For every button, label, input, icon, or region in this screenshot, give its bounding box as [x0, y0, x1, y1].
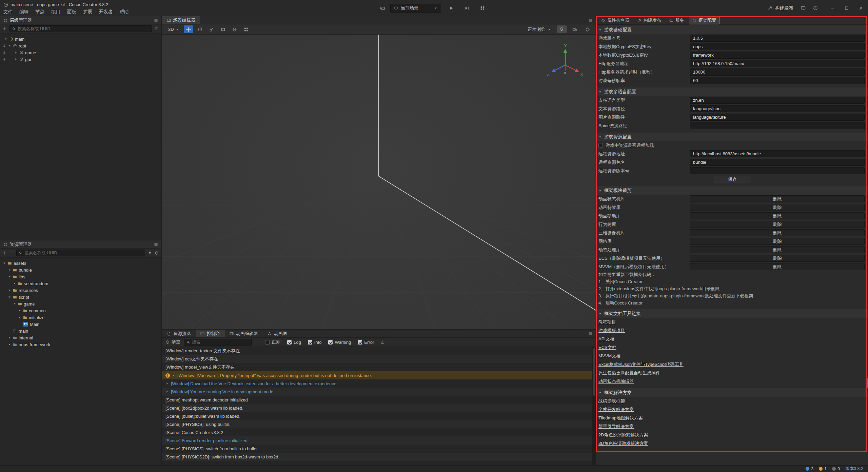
chevron-right-icon[interactable] — [18, 316, 21, 319]
menu-file[interactable]: 文件 — [3, 9, 13, 15]
asset-row-assets[interactable]: assets — [0, 260, 161, 267]
delete-module-button[interactable]: 删除 — [690, 238, 865, 245]
hierarchy-node-gui[interactable]: gui — [0, 56, 161, 63]
asset-row-game[interactable]: game — [0, 300, 161, 307]
chevron-right-icon[interactable] — [8, 343, 11, 346]
log-row[interactable]: [Scene] Cocos Creator v3.8.2 — [162, 428, 596, 436]
remote-version-input[interactable] — [690, 167, 865, 174]
error-count-badge[interactable]: 0 — [832, 467, 840, 471]
link-2d-rpg-solution[interactable]: 2D角色扮演游戏解决方案 — [598, 432, 648, 438]
asset-row-seedrandom[interactable]: seedrandom — [0, 280, 161, 287]
checkbox-checked[interactable] — [358, 340, 362, 345]
chevron-down-icon[interactable] — [8, 44, 11, 47]
chevron-right-icon[interactable] — [14, 58, 18, 61]
log-row[interactable]: [Window] model_view文件夹不存在 — [162, 363, 596, 371]
editor-version[interactable]: 版本3.8.2 — [845, 466, 863, 472]
scene-menu-icon[interactable] — [588, 18, 592, 22]
hierarchy-filter-icon[interactable] — [155, 27, 159, 31]
orientation-gizmo[interactable]: Y X Z — [545, 43, 586, 83]
move-tool-button[interactable] — [184, 25, 193, 33]
link-fullstack-solution[interactable]: 全栈开发解决方案 — [598, 407, 634, 413]
delete-module-button[interactable]: 删除 — [690, 212, 865, 219]
log-row[interactable]: [Window] Download the Vue Devtools exten… — [162, 379, 596, 388]
export-log-icon[interactable] — [381, 340, 385, 344]
create-node-icon[interactable] — [3, 27, 7, 31]
delete-module-button[interactable]: 删除 — [690, 204, 865, 211]
link-3d-rpg-solution[interactable]: 3D角色扮演游戏解决方案 — [598, 440, 648, 447]
menu-panel[interactable]: 面板 — [67, 9, 76, 15]
menu-help[interactable]: 帮助 — [120, 9, 129, 15]
lang-texture-path-input[interactable] — [690, 114, 865, 121]
tab-asset-preview[interactable]: 资源预览 — [162, 330, 196, 337]
expand-chevron-icon[interactable] — [165, 390, 169, 393]
checkbox-unchecked[interactable] — [265, 340, 270, 345]
chevron-down-icon[interactable] — [8, 275, 11, 278]
play-button[interactable] — [446, 4, 457, 13]
chevron-right-icon[interactable] — [13, 282, 16, 285]
asset-row-internal[interactable]: internal — [0, 334, 161, 341]
help-icon[interactable] — [813, 6, 818, 11]
save-button[interactable]: 保存 — [714, 176, 751, 183]
lock-icon[interactable] — [3, 51, 6, 54]
tab-build-publish[interactable]: 构建发布 — [634, 16, 665, 24]
message-count[interactable]: 3 — [806, 467, 813, 471]
checkbox-checked[interactable] — [328, 340, 333, 345]
tab-framework-config[interactable]: 框架配置 — [689, 16, 719, 24]
link-guide-solution[interactable]: 新手引导解决方案 — [598, 424, 634, 430]
layout-button[interactable] — [477, 4, 488, 13]
section-docs[interactable]: 框架文档工具链接 — [596, 309, 868, 318]
minimize-icon[interactable] — [830, 6, 835, 11]
tab-animation-editor[interactable]: 动画编辑器 — [225, 330, 263, 337]
delete-module-button[interactable]: 删除 — [690, 229, 865, 236]
link-hotupdate-plugin[interactable]: 原生包热更新配置自动生成插件 — [598, 370, 660, 376]
console-menu-icon[interactable] — [588, 332, 592, 336]
build-publish-button[interactable]: 构建发布 — [768, 5, 793, 11]
lang-json-path-input[interactable] — [690, 105, 865, 112]
remote-load-checkbox[interactable] — [598, 143, 603, 148]
launch-scene-select[interactable]: 当前场景 — [390, 4, 441, 13]
crypto-iv-input[interactable] — [690, 52, 865, 59]
spine-path-input[interactable] — [690, 122, 865, 129]
log-row[interactable]: [Scene] [bullet]:bullet wasm lib loaded. — [162, 412, 596, 420]
sort-assets-icon[interactable] — [9, 251, 14, 255]
log-row[interactable]: [Scene] Forward render pipeline initiali… — [162, 436, 596, 445]
log-row-warning[interactable]: ! [Window] [Vue warn]: Property "onInput… — [162, 371, 596, 379]
scene-settings-button[interactable] — [583, 25, 592, 33]
warning-count-badge[interactable]: 1 — [819, 467, 827, 471]
asset-row-resources[interactable]: resources — [0, 287, 161, 294]
asset-row-libs[interactable]: libs — [0, 273, 161, 280]
checkbox-checked[interactable] — [308, 340, 312, 345]
asset-row-initialize[interactable]: initialize — [0, 314, 161, 321]
maximize-icon[interactable] — [844, 6, 849, 11]
filter-log[interactable]: Log — [287, 340, 301, 345]
asset-row-script[interactable]: script — [0, 294, 161, 300]
preview-monitor-icon[interactable] — [801, 6, 806, 11]
hierarchy-node-main[interactable]: main — [0, 36, 161, 42]
link-tiledmap-solution[interactable]: Tiledmap地图解决方案 — [598, 415, 643, 421]
console-scrollbar[interactable] — [592, 347, 596, 465]
tab-property-inspector[interactable]: 属性检查器 — [598, 16, 633, 24]
chevron-down-icon[interactable] — [13, 302, 16, 306]
section-game-basic[interactable]: 游戏基础配置 — [596, 25, 868, 34]
asset-row-main-scene[interactable]: main — [0, 328, 161, 334]
chevron-right-icon[interactable] — [14, 51, 18, 54]
menu-node[interactable]: 节点 — [35, 9, 44, 15]
link-template-project[interactable]: 游戏模板项目 — [598, 328, 625, 334]
chevron-right-icon[interactable] — [8, 336, 11, 339]
menu-extension[interactable]: 扩展 — [83, 9, 92, 15]
lighting-toggle-button[interactable] — [557, 25, 567, 33]
log-row[interactable]: [Scene] [PHYSICS2D]: switch from box2d-w… — [162, 453, 596, 461]
section-language[interactable]: 游戏多语言配置 — [596, 87, 868, 96]
console-search[interactable] — [184, 339, 252, 346]
section-solutions[interactable]: 框架解决方案 — [596, 388, 868, 397]
menu-edit[interactable]: 编辑 — [19, 9, 28, 15]
asset-row-common[interactable]: common — [0, 307, 161, 314]
close-icon[interactable] — [859, 6, 863, 11]
filter-info[interactable]: Info — [308, 340, 322, 345]
log-row[interactable]: [Scene] [PHYSICS]: switch from builtin t… — [162, 445, 596, 453]
expand-chevron-icon[interactable] — [165, 382, 169, 385]
tab-service[interactable]: 服务 — [666, 16, 688, 24]
snap-toggle-button[interactable] — [241, 25, 251, 33]
delete-module-button[interactable]: 删除 — [690, 195, 865, 202]
scene-viewport[interactable]: Y X Z — [162, 35, 596, 329]
